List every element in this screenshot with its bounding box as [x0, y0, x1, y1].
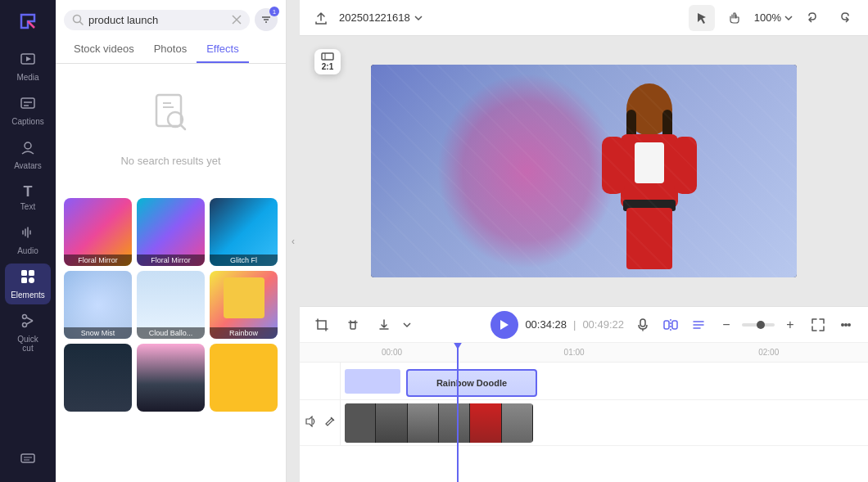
grid-item-floral-mirror-1[interactable]: Floral Mirror — [64, 198, 132, 266]
sidebar-item-quickcut[interactable]: Quick cut — [5, 308, 51, 358]
sidebar-item-media[interactable]: Media — [5, 46, 51, 87]
export-chevron-icon[interactable] — [403, 321, 411, 329]
redo-button[interactable] — [832, 5, 858, 31]
zoom-chevron-icon — [784, 14, 793, 22]
timeline-tracks: 00:00 01:00 02:00 Rainbow Doodle — [300, 343, 868, 482]
right-side: 202501221618 100% 2:1 — [300, 0, 868, 482]
svg-line-18 — [80, 22, 84, 25]
collapse-icon: ‹ — [292, 236, 295, 247]
video-track — [300, 400, 868, 446]
svg-line-26 — [180, 125, 185, 130]
filter-badge: 1 — [269, 7, 279, 16]
split-button[interactable] — [658, 313, 683, 337]
sidebar-item-subtitles[interactable] — [5, 445, 51, 475]
no-results-section: No search results yet — [56, 64, 286, 191]
zoom-in-timeline-button[interactable]: + — [778, 313, 802, 337]
ruler-mark-2: 02:00 — [758, 348, 779, 357]
timeline-ruler: 00:00 01:00 02:00 — [300, 343, 868, 363]
upload-button[interactable] — [310, 7, 332, 29]
aspect-ratio-value: 2:1 — [322, 62, 333, 71]
cursor-tool-button[interactable] — [689, 5, 715, 31]
zoom-label: 100% — [754, 11, 781, 24]
edit-track-button[interactable] — [323, 414, 337, 431]
sidebar-item-captions[interactable]: Captions — [5, 90, 51, 131]
fit-button[interactable] — [806, 313, 830, 337]
sidebar-item-elements-label: Elements — [11, 291, 45, 300]
effect-clip-rainbow-doodle[interactable]: Rainbow Doodle — [406, 369, 537, 397]
sidebar-item-audio-label: Audio — [17, 246, 38, 255]
effect-track: Rainbow Doodle — [300, 363, 868, 400]
panel-collapse-handle[interactable]: ‹ — [287, 0, 300, 482]
sidebar-item-avatars[interactable]: Avatars — [5, 134, 51, 175]
grid-item-label: Rainbow — [210, 327, 278, 339]
grid-item-cloud-balloon[interactable]: Cloud Ballo... — [137, 271, 205, 339]
project-name-text: 202501221618 — [339, 11, 410, 24]
grid-item-yellow[interactable] — [210, 344, 278, 412]
effect-clip-blue-bar[interactable] — [345, 369, 400, 394]
crop-tool-button[interactable] — [310, 313, 334, 337]
hand-tool-button[interactable] — [721, 5, 748, 31]
grid-item-glitch[interactable]: Glitch Fl — [210, 198, 278, 266]
sidebar-item-audio[interactable]: Audio — [5, 219, 51, 260]
play-button[interactable] — [491, 311, 518, 339]
grid-item-city[interactable] — [137, 344, 205, 412]
grid-item-person1[interactable] — [64, 344, 132, 412]
svg-point-9 — [29, 277, 34, 283]
sidebar-item-media-label: Media — [16, 73, 38, 82]
export-button[interactable] — [372, 313, 396, 337]
search-input[interactable] — [88, 14, 227, 26]
zoom-slider[interactable] — [742, 323, 775, 327]
effect-track-controls — [300, 363, 341, 399]
sidebar-item-quickcut-label: Quick cut — [11, 335, 44, 353]
app-logo — [13, 7, 43, 36]
video-track-content[interactable] — [341, 400, 868, 445]
svg-rect-2 — [21, 98, 34, 108]
grid-item-snow-mist[interactable]: Snow Mist — [64, 271, 132, 339]
svg-rect-46 — [664, 321, 669, 329]
filter-button[interactable]: 1 — [255, 8, 278, 31]
volume-button[interactable] — [303, 414, 318, 431]
svg-rect-44 — [640, 319, 645, 327]
grid-item-rainbow[interactable]: Rainbow — [210, 271, 278, 339]
crop-icon — [315, 318, 328, 331]
mic-button[interactable] — [631, 313, 655, 337]
delete-button[interactable] — [341, 313, 365, 337]
media-icon — [20, 51, 36, 71]
sidebar-item-captions-label: Captions — [11, 117, 43, 126]
sidebar-item-elements[interactable]: Elements — [5, 264, 51, 304]
svg-line-42 — [355, 321, 355, 322]
svg-marker-43 — [500, 320, 509, 330]
effects-grid-top: Floral Mirror Floral Mirror Glitch Fl — [64, 198, 278, 266]
search-input-wrap[interactable] — [64, 10, 250, 30]
svg-rect-6 — [21, 270, 27, 276]
timeline-right-tools: − + — [631, 313, 858, 337]
grid-item-label: Glitch Fl — [210, 255, 278, 266]
sidebar-item-text[interactable]: T Text — [5, 178, 51, 216]
svg-rect-14 — [21, 454, 34, 462]
align-button[interactable] — [686, 313, 711, 337]
captions-icon — [20, 95, 36, 115]
audio-icon — [20, 224, 36, 245]
zoom-out-timeline-button[interactable]: − — [714, 313, 739, 337]
sidebar-item-avatars-label: Avatars — [14, 161, 42, 170]
clear-search-icon[interactable] — [232, 15, 242, 25]
project-chevron-icon — [414, 13, 423, 23]
svg-rect-29 — [322, 53, 333, 60]
current-time: 00:34:28 — [525, 318, 567, 331]
more-options-button[interactable] — [834, 313, 858, 337]
panel-tabs: Stock videos Photos Effects — [56, 36, 286, 64]
subtitles-icon — [20, 450, 36, 471]
svg-point-5 — [25, 142, 31, 149]
project-name[interactable]: 202501221618 — [339, 11, 423, 24]
video-clip-strip[interactable] — [345, 403, 533, 443]
zoom-control[interactable]: 100% — [754, 11, 793, 24]
tab-photos[interactable]: Photos — [144, 36, 197, 63]
undo-button[interactable] — [799, 5, 825, 31]
video-track-controls — [300, 400, 341, 445]
split-icon — [663, 318, 678, 331]
svg-marker-52 — [306, 417, 312, 426]
tab-effects[interactable]: Effects — [197, 36, 249, 63]
tab-stock-videos[interactable]: Stock videos — [64, 36, 144, 63]
total-time: 00:49:22 — [582, 318, 624, 331]
grid-item-floral-mirror-2[interactable]: Floral Mirror — [137, 198, 205, 266]
